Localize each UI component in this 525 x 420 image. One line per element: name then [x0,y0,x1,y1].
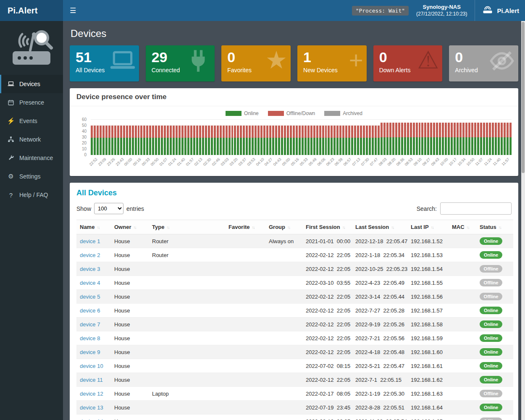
cell-last_ip: 192.168.1.61 [407,359,449,373]
device-link[interactable]: device 4 [80,280,100,286]
chart-bar [243,126,245,155]
stat-card-archived[interactable]: 0Archived [449,45,518,81]
cell-favorite [225,415,265,420]
chart-bar [105,126,108,155]
sidebar-item-devices[interactable]: Devices [0,75,63,93]
chart-bar [202,126,204,155]
plus-icon: + [349,48,363,72]
column-header-name[interactable]: Name↑↓ [76,220,111,234]
device-link[interactable]: device 7 [80,321,100,328]
cell-first_session: 2022-03-10 03:55 [302,276,352,290]
device-link[interactable]: device 10 [80,363,103,369]
sidebar-item-help-faq[interactable]: ?Help / FAQ [0,186,63,204]
sidebar-item-presence[interactable]: Presence [0,93,63,112]
sidebar-item-settings[interactable]: ⚙Settings [0,167,63,186]
chart-bar [231,126,234,155]
column-label: Name [80,224,94,230]
column-header-mac[interactable]: MAC↑↓ [449,220,476,234]
cell-first_session: 2022-02-12 22:05 [302,318,352,331]
column-label: Type [152,224,164,230]
chart-bar [442,123,444,155]
sidebar-item-label: Help / FAQ [19,192,48,198]
device-link[interactable]: device 12 [80,391,103,397]
chart-bar [445,123,447,155]
chart-bar [205,126,207,155]
presence-chart: OnlineOffline/DownArchived 0102030405060… [70,106,518,176]
chart-bar [375,126,377,155]
cell-owner: House [111,373,149,387]
column-header-type[interactable]: Type↑↓ [149,220,225,234]
chart-bar [348,126,350,155]
chart-bar [410,123,412,155]
chart-bar [325,126,327,155]
sidebar-menu: DevicesPresence⚡EventsNetworkMaintenance… [0,75,63,204]
stat-card-favorites[interactable]: ★0Favorites [221,45,291,81]
device-link[interactable]: device 2 [80,252,100,258]
cell-owner: House [111,262,149,276]
stat-card-all-devices[interactable]: 51All Devices [70,45,139,81]
column-header-last-ip[interactable]: Last IP↑↓ [407,220,449,234]
device-link[interactable]: device 8 [80,335,100,341]
device-link[interactable]: device 13 [80,404,103,411]
chart-bar [465,123,467,155]
devices-panel-title: All Devices [76,189,512,197]
chart-bar [413,123,415,155]
column-header-first-session[interactable]: First Session↑↓ [302,220,352,234]
cell-mac [449,262,476,276]
column-header-last-session[interactable]: Last Session↑↓ [352,220,407,234]
device-link[interactable]: device 1 [80,238,100,244]
hamburger-icon[interactable]: ☰ [70,6,76,15]
cell-last_ip: 192.168.1.54 [407,262,449,276]
stat-card-down-alerts[interactable]: ⚠0Down Alerts [373,45,443,81]
chart-bar [407,123,409,155]
chart-bar [468,123,470,155]
sidebar-item-maintenance[interactable]: Maintenance [0,149,63,167]
chart-bar [489,123,491,155]
sort-icon: ↑↓ [499,225,501,230]
device-row: device 5House2022-02-12 22:052022-3-14 2… [76,290,513,304]
column-header-owner[interactable]: Owner↑↓ [111,220,149,234]
scrollbar-thumb[interactable] [522,22,525,173]
cell-group [265,248,302,262]
sidebar-item-events[interactable]: ⚡Events [0,112,63,130]
page-length-select[interactable]: 100 [94,203,123,214]
chart-x-axis: 22:5223:0923:2623:4300:0000:1600:3300:50… [91,155,512,174]
cell-group [265,373,302,387]
chart-bar [193,126,195,155]
navbar-brand-right[interactable]: Pi.Alert [475,0,519,21]
chart-bar [509,123,512,155]
cell-mac [449,276,476,290]
cell-type [149,345,225,359]
question-icon: ? [7,192,15,199]
cell-first_session: 2021-01-01 00:00 [302,234,352,248]
chart-bar [416,123,418,155]
chart-bars [91,120,512,155]
eye-slash-icon [489,48,515,78]
device-link[interactable]: device 9 [80,349,100,355]
chart-bar [140,126,142,155]
column-header-status[interactable]: Status↑↓ [476,220,513,234]
sidebar-item-network[interactable]: Network [0,130,63,149]
column-header-favorite[interactable]: Favorite↑↓ [225,220,265,234]
chart-bar [266,126,268,155]
cell-type [149,304,225,318]
device-link[interactable]: device 5 [80,294,100,300]
stat-card-new-devices[interactable]: +1New Devices [297,45,367,81]
sort-icon: ↑↓ [287,225,290,230]
cell-favorite [225,331,265,345]
column-header-group[interactable]: Group↑↓ [265,220,302,234]
laptop-icon [7,81,15,87]
app-layout: DevicesPresence⚡EventsNetworkMaintenance… [0,21,525,420]
y-tick-label: 40 [82,129,87,134]
stat-card-connected[interactable]: 29Connected [146,45,215,81]
cell-first_session: 2022-02-12 22:05 [302,331,352,345]
device-link[interactable]: device 11 [80,377,103,383]
search-input[interactable] [440,202,512,215]
brand-logo[interactable]: Pi.Alert [0,0,63,21]
scrollbar[interactable] [521,21,525,420]
chart-bar [504,123,506,155]
device-link[interactable]: device 3 [80,266,100,272]
device-link[interactable]: device 6 [80,307,100,314]
device-link[interactable]: device 14 [80,418,103,420]
bolt-icon: ⚡ [7,117,15,125]
